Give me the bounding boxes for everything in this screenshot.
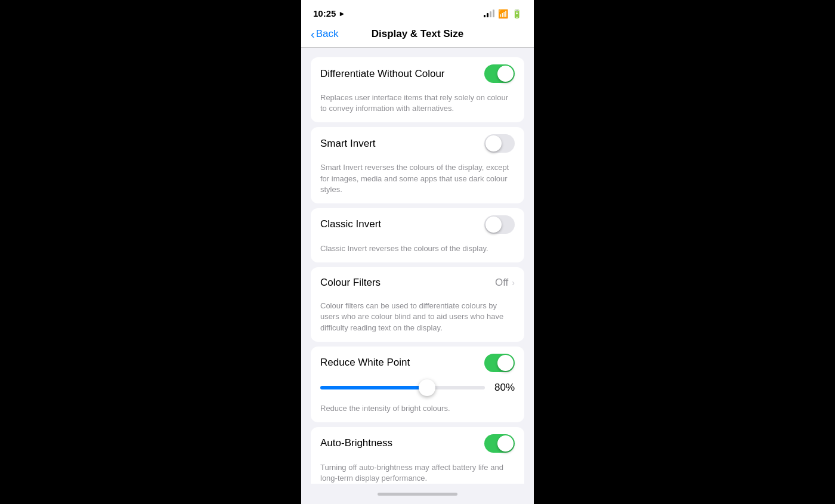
classic-invert-description: Classic Invert reverses the colours of t… — [311, 241, 524, 262]
smart-invert-toggle[interactable] — [484, 134, 515, 153]
auto-brightness-card: Auto-Brightness Turning off auto-brightn… — [311, 427, 524, 484]
colour-filters-description: Colour filters can be used to differenti… — [311, 298, 524, 342]
phone-frame: 10:25 ► 📶 🔋 ‹ Back Display & Text Size D… — [301, 0, 534, 504]
signal-icon — [484, 10, 494, 17]
white-point-slider-track[interactable] — [320, 386, 485, 389]
back-label: Back — [316, 28, 339, 40]
classic-invert-toggle[interactable] — [484, 215, 515, 234]
back-chevron-icon: ‹ — [311, 28, 315, 40]
auto-brightness-row: Auto-Brightness — [311, 427, 524, 460]
colour-filters-value-chevron: Off › — [495, 277, 515, 289]
classic-invert-row: Classic Invert — [311, 208, 524, 241]
colour-filters-card: Colour Filters Off › Colour filters can … — [311, 267, 524, 342]
wifi-icon: 📶 — [498, 9, 508, 18]
back-button[interactable]: ‹ Back — [311, 28, 338, 40]
reduce-white-point-row: Reduce White Point — [311, 347, 524, 379]
colour-filters-row[interactable]: Colour Filters Off › — [311, 267, 524, 298]
toggle-knob — [485, 217, 502, 233]
differentiate-without-colour-toggle[interactable] — [484, 64, 515, 83]
toggle-knob — [497, 435, 514, 452]
differentiate-without-colour-card: Differentiate Without Colour Replaces us… — [311, 57, 524, 122]
colour-filters-label: Colour Filters — [320, 277, 381, 289]
reduce-white-point-toggle[interactable] — [484, 354, 515, 372]
classic-invert-label: Classic Invert — [320, 218, 381, 230]
home-bar — [378, 493, 457, 496]
white-point-slider-thumb[interactable] — [419, 379, 435, 396]
toggle-knob — [497, 355, 514, 371]
battery-icon: 🔋 — [512, 9, 522, 18]
differentiate-without-colour-label: Differentiate Without Colour — [320, 68, 445, 80]
nav-bar: ‹ Back Display & Text Size — [301, 23, 534, 48]
smart-invert-row: Smart Invert — [311, 127, 524, 160]
settings-content: Differentiate Without Colour Replaces us… — [301, 48, 534, 484]
differentiate-without-colour-row: Differentiate Without Colour — [311, 57, 524, 90]
status-bar: 10:25 ► 📶 🔋 — [301, 0, 534, 23]
reduce-white-point-label: Reduce White Point — [320, 357, 410, 369]
white-point-slider-container: 80% — [311, 379, 524, 401]
auto-brightness-toggle[interactable] — [484, 434, 515, 453]
auto-brightness-description: Turning off auto-brightness may affect b… — [311, 460, 524, 484]
colour-filters-value: Off — [495, 277, 508, 289]
home-indicator — [301, 484, 534, 504]
smart-invert-card: Smart Invert Smart Invert reverses the c… — [311, 127, 524, 203]
smart-invert-label: Smart Invert — [320, 138, 376, 150]
smart-invert-description: Smart Invert reverses the colours of the… — [311, 160, 524, 203]
classic-invert-card: Classic Invert Classic Invert reverses t… — [311, 208, 524, 262]
reduce-white-point-card: Reduce White Point 80% Reduce the intens… — [311, 347, 524, 422]
white-point-slider-row: 80% — [320, 382, 515, 394]
white-point-slider-fill — [320, 386, 427, 389]
differentiate-without-colour-description: Replaces user interface items that rely … — [311, 90, 524, 122]
status-icons: 📶 🔋 — [484, 9, 522, 18]
status-time: 10:25 ► — [313, 8, 345, 18]
toggle-knob — [497, 66, 514, 82]
page-title: Display & Text Size — [372, 28, 464, 40]
auto-brightness-label: Auto-Brightness — [320, 437, 392, 449]
time-display: 10:25 — [313, 8, 336, 18]
toggle-knob — [485, 135, 502, 151]
location-icon: ► — [338, 10, 345, 18]
chevron-right-icon: › — [512, 278, 515, 287]
white-point-slider-value: 80% — [491, 382, 515, 394]
reduce-white-point-description: Reduce the intensity of bright colours. — [311, 401, 524, 422]
